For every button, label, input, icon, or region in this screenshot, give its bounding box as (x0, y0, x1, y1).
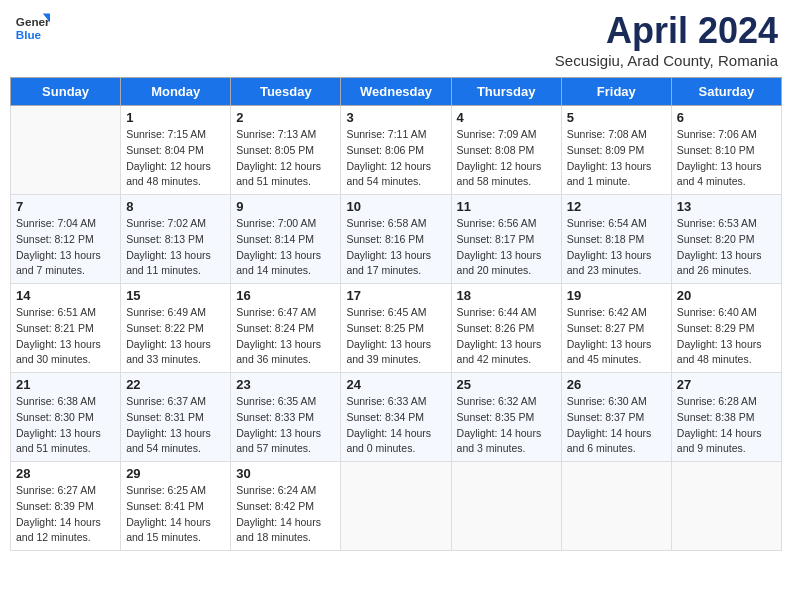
calendar-cell: 8Sunrise: 7:02 AM Sunset: 8:13 PM Daylig… (121, 195, 231, 284)
calendar-cell: 5Sunrise: 7:08 AM Sunset: 8:09 PM Daylig… (561, 106, 671, 195)
day-number: 6 (677, 110, 776, 125)
day-number: 17 (346, 288, 445, 303)
calendar-cell: 30Sunrise: 6:24 AM Sunset: 8:42 PM Dayli… (231, 462, 341, 551)
week-row-3: 14Sunrise: 6:51 AM Sunset: 8:21 PM Dayli… (11, 284, 782, 373)
calendar-cell: 12Sunrise: 6:54 AM Sunset: 8:18 PM Dayli… (561, 195, 671, 284)
day-number: 24 (346, 377, 445, 392)
day-info: Sunrise: 6:38 AM Sunset: 8:30 PM Dayligh… (16, 394, 115, 457)
day-info: Sunrise: 6:24 AM Sunset: 8:42 PM Dayligh… (236, 483, 335, 546)
day-header-friday: Friday (561, 78, 671, 106)
day-info: Sunrise: 6:42 AM Sunset: 8:27 PM Dayligh… (567, 305, 666, 368)
calendar-cell: 27Sunrise: 6:28 AM Sunset: 8:38 PM Dayli… (671, 373, 781, 462)
day-info: Sunrise: 6:40 AM Sunset: 8:29 PM Dayligh… (677, 305, 776, 368)
calendar-cell: 6Sunrise: 7:06 AM Sunset: 8:10 PM Daylig… (671, 106, 781, 195)
calendar-table: SundayMondayTuesdayWednesdayThursdayFrid… (10, 77, 782, 551)
main-title: April 2024 (555, 10, 778, 52)
day-info: Sunrise: 7:09 AM Sunset: 8:08 PM Dayligh… (457, 127, 556, 190)
day-number: 29 (126, 466, 225, 481)
day-number: 27 (677, 377, 776, 392)
logo: General Blue (14, 10, 50, 46)
day-info: Sunrise: 6:27 AM Sunset: 8:39 PM Dayligh… (16, 483, 115, 546)
calendar-cell (451, 462, 561, 551)
day-info: Sunrise: 6:44 AM Sunset: 8:26 PM Dayligh… (457, 305, 556, 368)
calendar-cell: 3Sunrise: 7:11 AM Sunset: 8:06 PM Daylig… (341, 106, 451, 195)
day-number: 16 (236, 288, 335, 303)
day-info: Sunrise: 6:25 AM Sunset: 8:41 PM Dayligh… (126, 483, 225, 546)
week-row-4: 21Sunrise: 6:38 AM Sunset: 8:30 PM Dayli… (11, 373, 782, 462)
day-info: Sunrise: 6:56 AM Sunset: 8:17 PM Dayligh… (457, 216, 556, 279)
day-number: 5 (567, 110, 666, 125)
svg-text:General: General (16, 15, 50, 28)
day-number: 28 (16, 466, 115, 481)
title-area: April 2024 Secusigiu, Arad County, Roman… (555, 10, 778, 69)
svg-text:Blue: Blue (16, 28, 42, 41)
day-number: 30 (236, 466, 335, 481)
calendar-cell: 19Sunrise: 6:42 AM Sunset: 8:27 PM Dayli… (561, 284, 671, 373)
calendar-cell: 24Sunrise: 6:33 AM Sunset: 8:34 PM Dayli… (341, 373, 451, 462)
subtitle: Secusigiu, Arad County, Romania (555, 52, 778, 69)
day-info: Sunrise: 7:08 AM Sunset: 8:09 PM Dayligh… (567, 127, 666, 190)
calendar-cell: 4Sunrise: 7:09 AM Sunset: 8:08 PM Daylig… (451, 106, 561, 195)
calendar-cell (671, 462, 781, 551)
calendar-cell: 29Sunrise: 6:25 AM Sunset: 8:41 PM Dayli… (121, 462, 231, 551)
calendar-cell: 22Sunrise: 6:37 AM Sunset: 8:31 PM Dayli… (121, 373, 231, 462)
day-number: 8 (126, 199, 225, 214)
day-number: 13 (677, 199, 776, 214)
calendar-cell: 7Sunrise: 7:04 AM Sunset: 8:12 PM Daylig… (11, 195, 121, 284)
day-number: 23 (236, 377, 335, 392)
day-number: 18 (457, 288, 556, 303)
day-header-thursday: Thursday (451, 78, 561, 106)
week-row-1: 1Sunrise: 7:15 AM Sunset: 8:04 PM Daylig… (11, 106, 782, 195)
day-number: 7 (16, 199, 115, 214)
calendar-cell: 13Sunrise: 6:53 AM Sunset: 8:20 PM Dayli… (671, 195, 781, 284)
day-info: Sunrise: 6:54 AM Sunset: 8:18 PM Dayligh… (567, 216, 666, 279)
calendar-cell: 2Sunrise: 7:13 AM Sunset: 8:05 PM Daylig… (231, 106, 341, 195)
calendar-cell: 16Sunrise: 6:47 AM Sunset: 8:24 PM Dayli… (231, 284, 341, 373)
day-number: 3 (346, 110, 445, 125)
day-info: Sunrise: 6:51 AM Sunset: 8:21 PM Dayligh… (16, 305, 115, 368)
day-number: 26 (567, 377, 666, 392)
day-number: 15 (126, 288, 225, 303)
calendar-cell (561, 462, 671, 551)
calendar-cell (341, 462, 451, 551)
day-info: Sunrise: 6:53 AM Sunset: 8:20 PM Dayligh… (677, 216, 776, 279)
day-header-sunday: Sunday (11, 78, 121, 106)
day-info: Sunrise: 7:00 AM Sunset: 8:14 PM Dayligh… (236, 216, 335, 279)
day-header-saturday: Saturday (671, 78, 781, 106)
day-number: 20 (677, 288, 776, 303)
day-number: 22 (126, 377, 225, 392)
day-number: 2 (236, 110, 335, 125)
calendar-cell: 25Sunrise: 6:32 AM Sunset: 8:35 PM Dayli… (451, 373, 561, 462)
calendar-cell: 26Sunrise: 6:30 AM Sunset: 8:37 PM Dayli… (561, 373, 671, 462)
calendar-cell: 28Sunrise: 6:27 AM Sunset: 8:39 PM Dayli… (11, 462, 121, 551)
day-header-monday: Monday (121, 78, 231, 106)
day-info: Sunrise: 6:49 AM Sunset: 8:22 PM Dayligh… (126, 305, 225, 368)
day-info: Sunrise: 7:13 AM Sunset: 8:05 PM Dayligh… (236, 127, 335, 190)
calendar-cell: 23Sunrise: 6:35 AM Sunset: 8:33 PM Dayli… (231, 373, 341, 462)
day-info: Sunrise: 6:30 AM Sunset: 8:37 PM Dayligh… (567, 394, 666, 457)
calendar-cell: 17Sunrise: 6:45 AM Sunset: 8:25 PM Dayli… (341, 284, 451, 373)
days-header-row: SundayMondayTuesdayWednesdayThursdayFrid… (11, 78, 782, 106)
week-row-5: 28Sunrise: 6:27 AM Sunset: 8:39 PM Dayli… (11, 462, 782, 551)
day-number: 11 (457, 199, 556, 214)
day-number: 21 (16, 377, 115, 392)
day-info: Sunrise: 6:45 AM Sunset: 8:25 PM Dayligh… (346, 305, 445, 368)
calendar-cell: 1Sunrise: 7:15 AM Sunset: 8:04 PM Daylig… (121, 106, 231, 195)
day-info: Sunrise: 7:06 AM Sunset: 8:10 PM Dayligh… (677, 127, 776, 190)
calendar-cell: 10Sunrise: 6:58 AM Sunset: 8:16 PM Dayli… (341, 195, 451, 284)
day-info: Sunrise: 7:04 AM Sunset: 8:12 PM Dayligh… (16, 216, 115, 279)
day-number: 9 (236, 199, 335, 214)
day-info: Sunrise: 6:28 AM Sunset: 8:38 PM Dayligh… (677, 394, 776, 457)
calendar-cell: 18Sunrise: 6:44 AM Sunset: 8:26 PM Dayli… (451, 284, 561, 373)
day-header-wednesday: Wednesday (341, 78, 451, 106)
day-info: Sunrise: 6:47 AM Sunset: 8:24 PM Dayligh… (236, 305, 335, 368)
day-info: Sunrise: 6:35 AM Sunset: 8:33 PM Dayligh… (236, 394, 335, 457)
week-row-2: 7Sunrise: 7:04 AM Sunset: 8:12 PM Daylig… (11, 195, 782, 284)
day-info: Sunrise: 7:11 AM Sunset: 8:06 PM Dayligh… (346, 127, 445, 190)
day-info: Sunrise: 6:33 AM Sunset: 8:34 PM Dayligh… (346, 394, 445, 457)
day-info: Sunrise: 7:02 AM Sunset: 8:13 PM Dayligh… (126, 216, 225, 279)
day-info: Sunrise: 6:32 AM Sunset: 8:35 PM Dayligh… (457, 394, 556, 457)
calendar-cell: 21Sunrise: 6:38 AM Sunset: 8:30 PM Dayli… (11, 373, 121, 462)
calendar-cell: 11Sunrise: 6:56 AM Sunset: 8:17 PM Dayli… (451, 195, 561, 284)
calendar-cell: 9Sunrise: 7:00 AM Sunset: 8:14 PM Daylig… (231, 195, 341, 284)
